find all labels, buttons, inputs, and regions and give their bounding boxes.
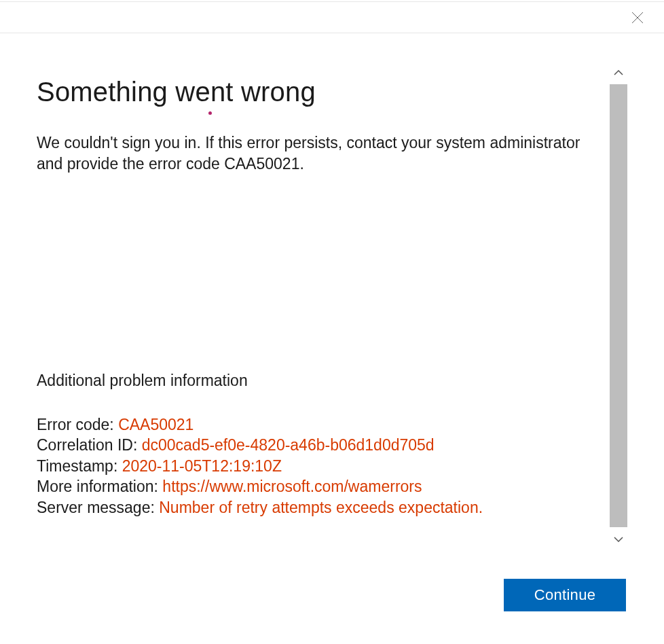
timestamp-label: Timestamp: [37,457,122,475]
dialog-header-bar [0,2,664,33]
more-info-row: More information: https://www.microsoft.… [37,476,596,497]
timestamp-row: Timestamp: 2020-11-05T12:19:10Z [37,456,596,476]
error-code-row: Error code: CAA50021 [37,414,596,435]
dialog-description: We couldn't sign you in. If this error p… [37,132,593,175]
close-icon[interactable] [631,12,644,24]
accent-dot [208,111,212,115]
server-message-label: Server message: [37,499,159,516]
dialog-main: Something went wrong We couldn't sign yo… [0,33,664,644]
correlation-id-row: Correlation ID: dc00cad5-ef0e-4820-a46b-… [37,435,596,455]
more-info-label: More information: [37,478,162,495]
correlation-id-label: Correlation ID: [37,436,142,454]
spacer [37,175,596,372]
server-message-value: Number of retry attempts exceeds expecta… [159,499,483,516]
server-message-row: Server message: Number of retry attempts… [37,497,596,518]
correlation-id-value: dc00cad5-ef0e-4820-a46b-b06d1d0d705d [142,436,435,454]
error-details: Error code: CAA50021 Correlation ID: dc0… [37,414,596,518]
error-code-label: Error code: [37,416,118,433]
continue-button[interactable]: Continue [504,579,626,611]
timestamp-value: 2020-11-05T12:19:10Z [122,457,282,475]
dialog-title: Something went wrong [37,74,596,109]
dialog-content-area: Something went wrong We couldn't sign yo… [0,33,664,644]
more-info-value[interactable]: https://www.microsoft.com/wamerrors [162,478,422,495]
additional-info-heading: Additional problem information [37,372,596,390]
error-code-value: CAA50021 [118,416,193,433]
